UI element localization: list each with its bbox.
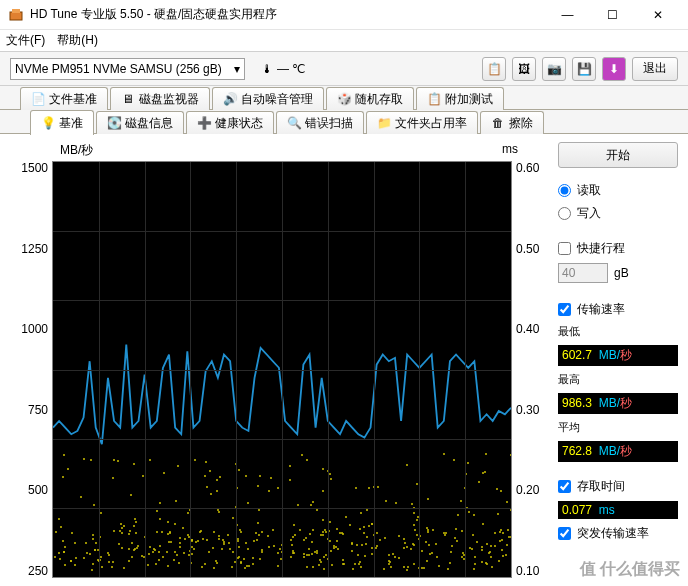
access-time-check[interactable]: 存取时间 <box>558 478 678 495</box>
y-label-left: MB/秒 <box>60 142 93 159</box>
tab-随机存取[interactable]: 🎲随机存取 <box>326 87 414 110</box>
maximize-button[interactable]: ☐ <box>590 0 635 29</box>
tab-icon: 💡 <box>41 116 55 130</box>
tab-icon: 💽 <box>107 116 121 130</box>
screenshot-button[interactable]: 🖼 <box>512 57 536 81</box>
tab-基准[interactable]: 💡基准 <box>30 110 94 135</box>
max-label: 最高 <box>558 372 678 387</box>
menu-file[interactable]: 文件(F) <box>6 32 45 49</box>
tab-磁盘监视器[interactable]: 🖥磁盘监视器 <box>110 87 210 110</box>
tabs-top: 📄文件基准🖥磁盘监视器🔊自动噪音管理🎲随机存取📋附加测试 <box>0 86 688 110</box>
tab-磁盘信息[interactable]: 💽磁盘信息 <box>96 111 184 134</box>
thermometer-icon: 🌡 <box>261 62 273 76</box>
tab-icon: 🔊 <box>223 92 237 106</box>
close-button[interactable]: ✕ <box>635 0 680 29</box>
tabs-bottom: 💡基准💽磁盘信息➕健康状态🔍错误扫描📁文件夹占用率🗑擦除 <box>0 110 688 134</box>
tab-icon: 🗑 <box>491 116 505 130</box>
save-icon: 💾 <box>577 62 592 76</box>
options-button[interactable]: ⬇ <box>602 57 626 81</box>
toolbar: NVMe PM951 NVMe SAMSU (256 gB)▾ 🌡 — ℃ 📋 … <box>0 52 688 86</box>
window-title: HD Tune 专业版 5.50 - 硬盘/固态硬盘实用程序 <box>30 6 545 23</box>
tab-错误扫描[interactable]: 🔍错误扫描 <box>276 111 364 134</box>
drive-select[interactable]: NVMe PM951 NVMe SAMSU (256 gB)▾ <box>10 58 245 80</box>
menu-help[interactable]: 帮助(H) <box>57 32 98 49</box>
minimize-button[interactable]: — <box>545 0 590 29</box>
avg-value: 762.8 MB/秒 <box>558 441 678 462</box>
avg-label: 平均 <box>558 420 678 435</box>
app-icon <box>8 7 24 23</box>
arrow-down-icon: ⬇ <box>609 62 619 76</box>
min-label: 最低 <box>558 324 678 339</box>
tab-icon: 🖥 <box>121 92 135 106</box>
chart-pane: MB/秒 ms 150012501000750500250 0.600.500.… <box>10 142 548 578</box>
y-axis-right: 0.600.500.400.300.200.10 <box>512 161 548 578</box>
tab-icon: 🔍 <box>287 116 301 130</box>
start-button[interactable]: 开始 <box>558 142 678 168</box>
camera-button[interactable]: 📷 <box>542 57 566 81</box>
max-value: 986.3 MB/秒 <box>558 393 678 414</box>
menubar: 文件(F) 帮助(H) <box>0 30 688 52</box>
burst-rate-check[interactable]: 突发传输速率 <box>558 525 678 542</box>
y-axis-left: 150012501000750500250 <box>10 161 52 578</box>
read-radio[interactable]: 读取 <box>558 182 678 199</box>
tab-icon: 🎲 <box>337 92 351 106</box>
tab-自动噪音管理[interactable]: 🔊自动噪音管理 <box>212 87 324 110</box>
tab-擦除[interactable]: 🗑擦除 <box>480 111 544 134</box>
copy-icon: 📋 <box>487 62 502 76</box>
save-button[interactable]: 💾 <box>572 57 596 81</box>
tab-icon: ➕ <box>197 116 211 130</box>
tab-附加测试[interactable]: 📋附加测试 <box>416 87 504 110</box>
content-area: MB/秒 ms 150012501000750500250 0.600.500.… <box>0 134 688 586</box>
tab-健康状态[interactable]: ➕健康状态 <box>186 111 274 134</box>
camera-icon: 📷 <box>547 62 562 76</box>
image-icon: 🖼 <box>518 62 530 76</box>
tab-文件基准[interactable]: 📄文件基准 <box>20 87 108 110</box>
tab-icon: 📋 <box>427 92 441 106</box>
write-radio[interactable]: 写入 <box>558 205 678 222</box>
transfer-rate-check[interactable]: 传输速率 <box>558 301 678 318</box>
chart-area: 150012501000750500250 0.600.500.400.300.… <box>10 161 548 578</box>
min-value: 602.7 MB/秒 <box>558 345 678 366</box>
exit-button[interactable]: 退出 <box>632 57 678 81</box>
tab-icon: 📄 <box>31 92 45 106</box>
temperature-display: 🌡 — ℃ <box>261 62 305 76</box>
svg-rect-0 <box>10 12 22 20</box>
chevron-down-icon: ▾ <box>234 62 240 76</box>
titlebar: HD Tune 专业版 5.50 - 硬盘/固态硬盘实用程序 — ☐ ✕ <box>0 0 688 30</box>
tab-文件夹占用率[interactable]: 📁文件夹占用率 <box>366 111 478 134</box>
tab-icon: 📁 <box>377 116 391 130</box>
quick-check[interactable]: 快捷行程 <box>558 240 678 257</box>
access-value: 0.077 ms <box>558 501 678 519</box>
quick-value-input <box>558 263 608 283</box>
y-label-right: ms <box>502 142 518 159</box>
benchmark-plot <box>52 161 512 578</box>
copy-button[interactable]: 📋 <box>482 57 506 81</box>
side-panel: 开始 读取 写入 快捷行程 gB 传输速率 最低 602.7 MB/秒 最高 9… <box>548 142 678 578</box>
svg-rect-1 <box>12 9 20 13</box>
